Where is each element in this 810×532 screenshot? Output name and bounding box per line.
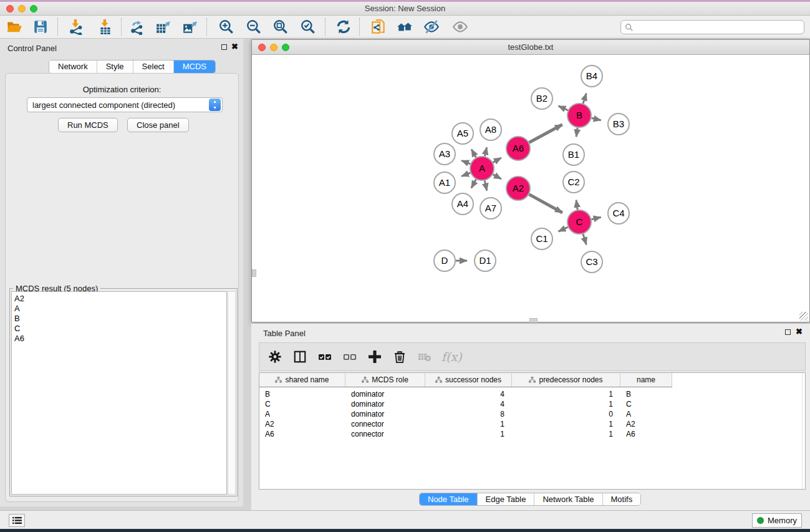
network-canvas[interactable]: B4B2BB3A5A8A6A3B1AA1C2A2A4A7C4CC1C3DD1 <box>253 56 809 322</box>
table-row[interactable]: B dominator 4 1 B <box>259 389 672 399</box>
refresh-layout-icon[interactable] <box>334 17 353 36</box>
cell-successor-nodes[interactable]: 1 <box>425 419 512 429</box>
column-header-mcds-role[interactable]: MCDS role <box>345 373 425 387</box>
cell-successor-nodes[interactable]: 4 <box>425 399 512 409</box>
vertical-scroll-thumb[interactable] <box>252 269 256 277</box>
cell-shared-name[interactable]: C <box>259 399 345 409</box>
result-scrollbar[interactable] <box>228 291 236 495</box>
graph-edge-A-A3[interactable] <box>461 160 470 163</box>
zoom-fit-icon[interactable] <box>271 17 290 36</box>
result-item[interactable]: C <box>14 324 226 334</box>
maximize-window-button[interactable] <box>30 5 37 12</box>
result-item[interactable]: A <box>14 304 226 314</box>
export-image-icon[interactable] <box>181 17 200 36</box>
tab-node-table[interactable]: Node Table <box>420 493 478 505</box>
network-window-titlebar[interactable]: testGlobe.txt <box>252 40 809 55</box>
cell-name[interactable]: A2 <box>620 419 672 429</box>
cell-shared-name[interactable]: A2 <box>259 419 345 429</box>
cell-mcds-role[interactable]: connector <box>345 429 425 439</box>
open-folder-icon[interactable] <box>5 17 24 36</box>
zoom-in-icon[interactable] <box>217 17 236 36</box>
column-header-successor-nodes[interactable]: successor nodes <box>425 373 512 387</box>
graph-edge-A-A2[interactable] <box>493 175 501 179</box>
cell-predecessor-nodes[interactable]: 1 <box>512 419 620 429</box>
graph-edge-A-A8[interactable] <box>485 147 486 156</box>
table-scrollbar-track[interactable] <box>802 373 803 489</box>
graph-edge-A-A1[interactable] <box>461 173 470 176</box>
minimize-window-button[interactable] <box>18 5 26 12</box>
network-maximize-button[interactable] <box>282 44 289 51</box>
import-network-icon[interactable] <box>67 17 85 36</box>
table-row[interactable]: C dominator 4 1 C <box>259 399 672 409</box>
cell-predecessor-nodes[interactable]: 1 <box>512 389 620 399</box>
network-minimize-button[interactable] <box>270 44 277 51</box>
graph-edge-C-C1[interactable] <box>558 227 567 231</box>
close-window-button[interactable] <box>6 5 14 12</box>
graph-edge-A-A7[interactable] <box>485 181 487 191</box>
mcds-result-list[interactable]: A2 A B C A6 <box>11 291 227 495</box>
table-settings-gear-icon[interactable] <box>267 349 283 365</box>
criterion-dropdown[interactable]: largest connected component (directed) ▲… <box>27 97 223 112</box>
graph-edge-B-B3[interactable] <box>592 118 601 120</box>
cell-name[interactable]: B <box>620 389 672 399</box>
cell-name[interactable]: A6 <box>620 429 672 439</box>
cell-mcds-role[interactable]: connector <box>345 419 425 429</box>
deselect-all-checkboxes-icon[interactable] <box>342 349 358 365</box>
graph-edge-B-B4[interactable] <box>583 94 586 104</box>
close-panel-button[interactable]: Close panel <box>127 118 189 132</box>
tab-network[interactable]: Network <box>49 60 97 73</box>
table-row[interactable]: A2 connector 1 1 A2 <box>259 419 672 429</box>
graph-edge-A-A5[interactable] <box>471 149 476 157</box>
resize-grip-icon[interactable] <box>799 312 808 321</box>
graph-edge-B-B1[interactable] <box>576 128 577 137</box>
clone-network-icon[interactable] <box>369 17 388 36</box>
result-item[interactable]: A2 <box>14 294 226 304</box>
cell-successor-nodes[interactable]: 4 <box>425 389 512 399</box>
task-history-button[interactable] <box>9 514 25 527</box>
cell-successor-nodes[interactable]: 8 <box>425 409 512 419</box>
cell-shared-name[interactable]: A <box>259 409 345 419</box>
graph-edge-B-B2[interactable] <box>558 106 567 110</box>
show-all-eye-icon[interactable] <box>451 17 470 36</box>
import-table-icon[interactable] <box>96 17 115 36</box>
show-columns-icon[interactable] <box>292 349 308 365</box>
zoom-out-icon[interactable] <box>244 17 263 36</box>
tab-network-table[interactable]: Network Table <box>534 493 602 505</box>
tab-edge-table[interactable]: Edge Table <box>478 493 535 505</box>
cell-mcds-role[interactable]: dominator <box>345 409 425 419</box>
graph-edge-C-C2[interactable] <box>576 200 577 210</box>
cell-name[interactable]: C <box>620 399 672 409</box>
save-session-icon[interactable] <box>31 17 50 36</box>
graph-edge-A6-B[interactable] <box>529 125 562 143</box>
result-item[interactable]: A6 <box>14 334 226 344</box>
graph-edge-C-C4[interactable] <box>592 217 601 219</box>
tab-motifs[interactable]: Motifs <box>603 493 641 505</box>
float-panel-icon[interactable] <box>785 329 791 335</box>
close-panel-icon[interactable]: ✖ <box>796 328 803 335</box>
column-header-name[interactable]: name <box>620 373 672 387</box>
graph-edge-A-A4[interactable] <box>471 180 476 188</box>
cell-predecessor-nodes[interactable]: 1 <box>512 399 620 409</box>
column-header-predecessor-nodes[interactable]: predecessor nodes <box>512 373 620 387</box>
cell-predecessor-nodes[interactable]: 0 <box>512 409 620 419</box>
network-close-button[interactable] <box>258 44 266 51</box>
graph-nodes[interactable]: B4B2BB3A5A8A6A3B1AA1C2A2A4A7C4CC1C3DD1 <box>434 65 629 273</box>
first-neighbors-icon[interactable] <box>395 17 414 36</box>
cell-name[interactable]: A <box>620 409 672 419</box>
close-panel-icon[interactable]: ✖ <box>231 43 238 50</box>
zoom-selected-icon[interactable] <box>299 17 317 36</box>
export-table-icon[interactable] <box>154 17 173 36</box>
delete-column-trash-icon[interactable] <box>392 349 408 365</box>
tab-mcds[interactable]: MCDS <box>174 60 215 73</box>
hide-selected-eye-icon[interactable] <box>422 17 441 36</box>
graph-edge-A-A6[interactable] <box>493 158 501 162</box>
cell-shared-name[interactable]: B <box>259 389 345 399</box>
select-all-checkboxes-icon[interactable] <box>317 349 333 365</box>
graph-edge-C-C3[interactable] <box>583 234 586 244</box>
tab-select[interactable]: Select <box>133 60 174 73</box>
search-input[interactable] <box>634 23 804 32</box>
cell-mcds-role[interactable]: dominator <box>345 399 425 409</box>
tab-style[interactable]: Style <box>97 60 133 73</box>
column-header-shared-name[interactable]: shared name <box>259 373 345 387</box>
cell-mcds-role[interactable]: dominator <box>345 389 425 399</box>
